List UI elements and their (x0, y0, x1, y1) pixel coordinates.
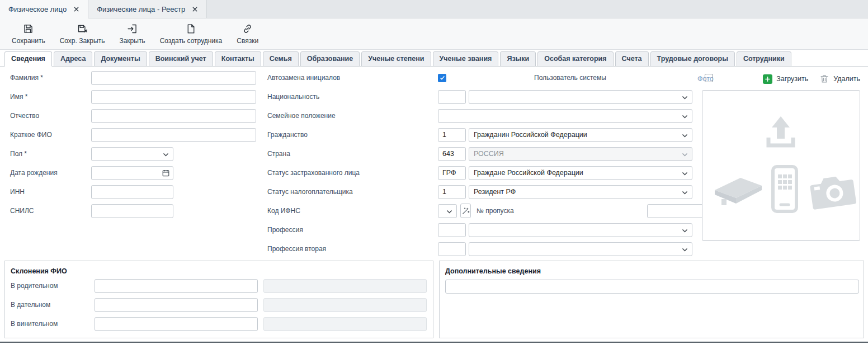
accusative-input[interactable] (95, 317, 258, 331)
shortname-label: Краткое ФИО (10, 131, 91, 139)
profession-second-code-input[interactable] (438, 242, 466, 256)
form-row-inn: ИНН (10, 182, 259, 201)
marital-status-label: Семейное положение (267, 112, 438, 120)
profession-code-input[interactable] (438, 223, 466, 237)
middlename-input[interactable] (91, 109, 256, 123)
gender-label: Пол * (10, 150, 91, 158)
form-row-snils: СНИЛС (10, 201, 259, 220)
taxpayer-status-code-input[interactable] (438, 185, 466, 199)
ifns-code-select[interactable] (438, 204, 457, 218)
save-button[interactable]: Сохранить (4, 21, 53, 47)
close-button-label: Закрыть (119, 37, 145, 45)
citizenship-select[interactable]: Гражданин Российской Федерации (469, 128, 692, 142)
delete-photo-label: Удалить (833, 75, 860, 83)
profession-second-select[interactable] (469, 242, 692, 256)
auto-initials-label: Автозамена инициалов (267, 74, 438, 82)
tab-trudovye-dogovory[interactable]: Трудовые договоры (650, 51, 735, 67)
citizenship-label: Гражданство (267, 131, 438, 139)
tab-adresa[interactable]: Адреса (54, 51, 92, 67)
form-row-accusative: В винительном (11, 314, 427, 333)
tab-dokumenty[interactable]: Документы (94, 51, 147, 67)
inn-label: ИНН (10, 188, 91, 196)
birthdate-input[interactable] (91, 166, 173, 180)
calendar-icon[interactable] (162, 169, 170, 177)
save-close-button-label: Сохр. Закрыть (60, 37, 105, 45)
save-close-button[interactable]: Сохр. Закрыть (53, 21, 112, 47)
dative-auto-input (263, 298, 427, 312)
form-row-profession: Профессия (267, 220, 694, 239)
trash-icon (819, 74, 829, 84)
tab-osobaya-kategoriya[interactable]: Особая категория (537, 51, 613, 67)
taxpayer-status-select-value: Резидент РФ (474, 188, 516, 196)
country-code-input (438, 147, 466, 161)
tab-svedeniya[interactable]: Сведения (4, 51, 52, 67)
insured-status-select[interactable]: Граждане Российской Федерации (469, 166, 692, 180)
upload-photo-button[interactable]: Загрузить (763, 74, 808, 84)
tab-obrazovanie[interactable]: Образование (300, 51, 360, 67)
chain-link-icon (242, 23, 253, 35)
window-tab-bar: Физическое лицо Физические лица - Реестр (0, 0, 868, 18)
shortname-input[interactable] (91, 128, 256, 142)
nationality-code-input[interactable] (438, 90, 466, 104)
window-tab-label: Физическое лицо (8, 5, 67, 13)
tab-semya[interactable]: Семья (263, 51, 299, 67)
window-tab-persons-registry[interactable]: Физические лица - Реестр (88, 0, 207, 18)
firstname-label: Имя * (10, 93, 91, 101)
form-row-dative: В дательном (11, 295, 427, 314)
nationality-label: Национальность (267, 93, 438, 101)
photo-placeholder[interactable] (702, 90, 860, 241)
close-button[interactable]: Закрыть (112, 21, 152, 47)
citizenship-code-input[interactable] (438, 128, 466, 142)
form-row-firstname: Имя * (10, 87, 259, 106)
insured-status-label: Статус застрахованного лица (267, 169, 438, 177)
chevron-down-icon (681, 170, 688, 177)
birthdate-field (91, 166, 173, 180)
tab-sotrudniki[interactable]: Сотрудники (737, 51, 791, 67)
inn-input[interactable] (91, 185, 173, 199)
tab-kontakty[interactable]: Контакты (215, 51, 261, 67)
birthdate-label: Дата рождения (10, 169, 91, 177)
dative-label: В дательном (11, 301, 95, 309)
links-button[interactable]: Связки (229, 21, 266, 47)
tab-uchenye-stepeni[interactable]: Ученые степени (361, 51, 431, 67)
tab-uchenye-zvaniya[interactable]: Ученые звания (433, 51, 499, 67)
accusative-auto-input (263, 317, 427, 331)
taxpayer-status-select[interactable]: Резидент РФ (469, 185, 692, 199)
declensions-panel: Склонения ФИО В родительном В дательном … (4, 261, 433, 338)
lastname-input[interactable] (91, 71, 256, 85)
auto-initials-checkbox[interactable] (438, 74, 446, 82)
additional-info-panel: Дополнительные сведения (439, 261, 864, 338)
form-row-birthdate: Дата рождения (10, 163, 259, 182)
smartphone-icon (771, 164, 799, 214)
tab-voinskiy-uchet[interactable]: Воинский учет (149, 51, 213, 67)
form-row-shortname: Краткое ФИО (10, 125, 259, 144)
genitive-input[interactable] (95, 279, 258, 293)
additional-info-textarea[interactable] (445, 280, 859, 294)
close-tab-icon[interactable] (192, 6, 198, 12)
magic-wand-icon (461, 206, 470, 216)
form-row-insured-status: Статус застрахованного лица Граждане Рос… (267, 163, 694, 182)
create-employee-button[interactable]: Создать сотрудника (153, 21, 230, 47)
insured-status-code-input[interactable] (438, 166, 466, 180)
form-row-marital-status: Семейное положение (267, 106, 694, 125)
marital-status-select[interactable] (438, 109, 692, 123)
profession-select[interactable] (469, 223, 692, 237)
form-row-middlename: Отчество (10, 106, 259, 125)
genitive-label: В родительном (11, 282, 95, 290)
declensions-title: Склонения ФИО (5, 261, 433, 276)
delete-photo-button[interactable]: Удалить (819, 74, 860, 84)
save-icon (22, 23, 34, 35)
nationality-select[interactable] (469, 90, 692, 104)
tab-scheta[interactable]: Счета (615, 51, 649, 67)
snils-input[interactable] (91, 204, 173, 218)
profession-label: Профессия (267, 226, 438, 234)
gender-select[interactable] (91, 147, 173, 161)
autofill-ifns-button[interactable] (460, 204, 471, 218)
insured-status-select-value: Граждане Российской Федерации (474, 169, 583, 177)
close-tab-icon[interactable] (73, 6, 79, 12)
create-employee-button-label: Создать сотрудника (160, 37, 223, 45)
tab-yazyki[interactable]: Языки (500, 51, 536, 67)
dative-input[interactable] (95, 298, 258, 312)
firstname-input[interactable] (91, 90, 256, 104)
window-tab-person[interactable]: Физическое лицо (0, 0, 88, 18)
